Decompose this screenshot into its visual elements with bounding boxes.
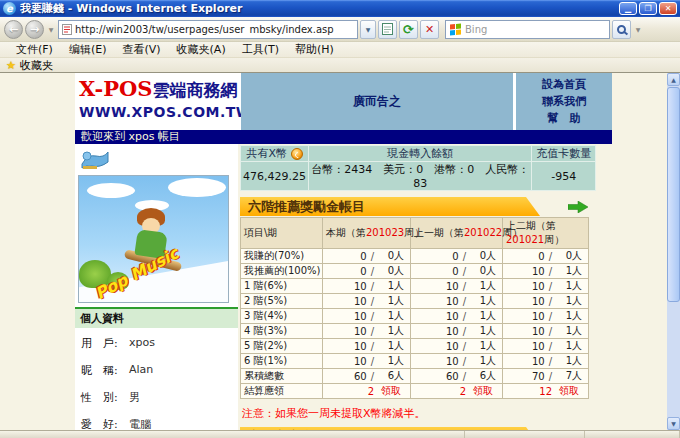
period-header: 上二期（第201021周） [503, 218, 589, 249]
field-value: 電腦 [129, 417, 151, 430]
status-bar [0, 430, 680, 438]
refresh-button[interactable]: ⟳ [399, 20, 418, 39]
window-title: 我要賺錢 - Windows Internet Explorer [20, 1, 243, 16]
row-label: 4 階(3%) [241, 324, 323, 339]
scrollbar-thumb[interactable] [667, 87, 680, 302]
favorites-bar: ★ 收藏夹 [0, 58, 680, 73]
warning-note: 注意：如果您一周未提取X幣將減半。 [242, 406, 596, 421]
forward-button[interactable]: → [25, 20, 44, 39]
period-cell: 10/1人 [503, 279, 589, 294]
search-icon [617, 25, 626, 34]
ad-text: 廣而告之 [353, 93, 401, 110]
title-bar: e 我要賺錢 - Windows Internet Explorer ▁ ❐ ✕ [0, 0, 680, 17]
referral-table-header: 項目\期 本期（第201023周） 上一期（第201022周） 上二期（第201… [241, 218, 589, 249]
profile-image: Pop Music [78, 175, 229, 303]
period-cell: 60/6人 [323, 369, 411, 384]
referral-table-row: 3 階(4%) 10/1人 10/1人 10/1人 [241, 309, 589, 324]
header-links: 設為首頁聯系我們幫 助 [516, 73, 612, 130]
minimize-button[interactable]: ▁ [619, 2, 637, 15]
back-button[interactable]: ← [4, 20, 23, 39]
address-input[interactable] [75, 24, 354, 35]
maximize-button[interactable]: ❐ [639, 2, 657, 15]
cloud-shape [168, 178, 226, 197]
menu-item[interactable]: 文件(F) [8, 42, 61, 57]
period-cell: 10/1人 [323, 309, 411, 324]
settlement-cell: 12領取 [503, 384, 589, 399]
browser-window: e 我要賺錢 - Windows Internet Explorer ▁ ❐ ✕… [0, 0, 680, 438]
header-link[interactable]: 設為首頁 [516, 77, 612, 92]
scroll-down-button[interactable]: ▼ [667, 417, 680, 430]
logo-url: WWW.XPOS.COM.TW [79, 104, 238, 120]
favorites-label[interactable]: 收藏夹 [20, 58, 53, 73]
claim-link[interactable]: 領取 [466, 384, 500, 398]
page-icon [382, 23, 393, 35]
search-button[interactable] [612, 20, 631, 39]
field-value: xpos [129, 336, 155, 351]
profile-section-title: 個人資料 [75, 307, 238, 328]
period-header: 上一期（第201022周） [411, 218, 503, 249]
period-cell: 0/0人 [411, 249, 503, 264]
search-input[interactable] [465, 24, 575, 35]
row-label: 5 階(2%) [241, 339, 323, 354]
row-label: 6 階(1%) [241, 354, 323, 369]
period-cell: 10/1人 [323, 294, 411, 309]
period-header: 本期（第201023周） [323, 218, 411, 249]
scroll-up-button[interactable]: ▲ [667, 73, 680, 86]
balance-summary-table: 共有X幣 現金轉入餘額 充值卡數量 476,429.25 台幣：2434 美元：… [240, 145, 596, 191]
search-dropdown-icon[interactable]: ▼ [633, 26, 643, 33]
close-button[interactable]: ✕ [659, 2, 677, 15]
welcome-bar: 歡迎來到 xpos 帳目 [75, 130, 612, 144]
referral-table-row: 累積總數 60/6人 60/6人 70/7人 [241, 369, 589, 384]
market-banner-title: 市集商店賺錢帳目 [240, 427, 540, 430]
ad-banner: 廣而告之 [241, 73, 513, 130]
row-label: 1 階(6%) [241, 279, 323, 294]
period-cell: 10/1人 [323, 324, 411, 339]
page-error-icon [62, 24, 72, 35]
period-cell: 10/1人 [411, 279, 503, 294]
referral-bonus-table: 項目\期 本期（第201023周） 上一期（第201022周） 上二期（第201… [240, 217, 589, 399]
address-bar[interactable] [58, 20, 358, 39]
history-dropdown-icon[interactable]: ▼ [46, 26, 56, 33]
profile-field: 用 戶: xpos [81, 336, 232, 351]
ie-logo-icon: e [3, 2, 16, 15]
referral-table-row: 4 階(3%) 10/1人 10/1人 10/1人 [241, 324, 589, 339]
menu-item[interactable]: 工具(T) [234, 42, 287, 57]
row-label: 3 階(4%) [241, 309, 323, 324]
menu-item[interactable]: 收藏夹(A) [169, 42, 234, 57]
period-cell: 0/0人 [323, 249, 411, 264]
menu-item[interactable]: 查看(V) [114, 42, 168, 57]
profile-field: 性 別: 男 [81, 390, 232, 405]
period-cell: 10/1人 [411, 294, 503, 309]
period-cell: 10/1人 [503, 264, 589, 279]
navigation-bar: ← → ▼ ▼ ⟳ ✕ ▼ [0, 17, 680, 42]
stop-button[interactable]: ✕ [420, 20, 439, 39]
header-link[interactable]: 聯系我們 [516, 94, 612, 109]
referral-table-row: 我推薦的(100%) 0/0人 0/0人 10/1人 [241, 264, 589, 279]
xcoin-total-value: 476,429.25 [243, 170, 306, 183]
vertical-scrollbar[interactable]: ▲ ▼ [667, 73, 680, 430]
coin-icon [291, 148, 303, 160]
xcoin-total-label: 共有X幣 [246, 147, 287, 160]
referral-more-arrow[interactable] [568, 201, 588, 213]
bing-logo-icon [450, 23, 461, 35]
menu-item[interactable]: 编辑(E) [61, 42, 115, 57]
period-cell: 10/1人 [503, 324, 589, 339]
menu-item[interactable]: 帮助(H) [287, 42, 342, 57]
referral-table-row: 6 階(1%) 10/1人 10/1人 10/1人 [241, 354, 589, 369]
address-dropdown-icon[interactable]: ▼ [360, 20, 376, 39]
site-header: X-POS雲端商務網 WWW.XPOS.COM.TW 廣而告之 設為首頁聯系我們… [75, 73, 612, 130]
settlement-row: 結算應領 2領取 2領取 12領取 [241, 384, 589, 399]
sidebar-mascot-icon [80, 148, 238, 173]
claim-link[interactable]: 領取 [552, 384, 586, 398]
referral-banner-row: 六階推薦獎勵金帳目 [240, 197, 590, 216]
claim-link[interactable]: 領取 [374, 384, 408, 398]
header-link[interactable]: 幫 助 [516, 111, 612, 126]
menu-bar: 文件(F)编辑(E)查看(V)收藏夹(A)工具(T)帮助(H) [0, 42, 680, 58]
green-arrow-icon [568, 201, 588, 213]
web-page: X-POS雲端商務網 WWW.XPOS.COM.TW 廣而告之 設為首頁聯系我們… [75, 73, 612, 430]
period-cell: 0/0人 [503, 249, 589, 264]
search-box[interactable] [445, 20, 610, 39]
field-label: 用 戶: [81, 336, 129, 351]
row-label: 我推薦的(100%) [241, 264, 323, 279]
compatibility-view-button[interactable] [378, 20, 397, 39]
